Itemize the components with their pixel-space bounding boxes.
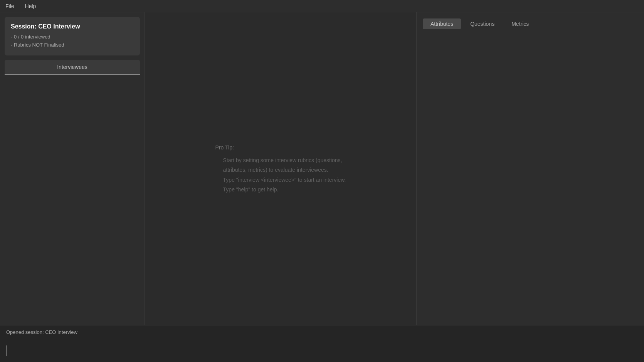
pro-tip-line-2: attributes, metrics) to evaluate intervi… — [223, 165, 346, 175]
interviewees-button[interactable]: Interviewees — [5, 60, 140, 75]
sidebar: Session: CEO Interview - 0 / 0 interview… — [0, 12, 145, 325]
session-card: Session: CEO Interview - 0 / 0 interview… — [5, 17, 140, 55]
tab-bar: Attributes Questions Metrics — [417, 12, 644, 35]
pro-tip: Pro Tip: Start by setting some interview… — [215, 143, 346, 194]
tab-questions[interactable]: Questions — [462, 18, 502, 29]
pro-tip-label: Pro Tip: — [215, 143, 346, 153]
status-bar: Opened session: CEO Interview — [0, 325, 644, 339]
right-panel: Attributes Questions Metrics — [417, 12, 644, 325]
main-content: Session: CEO Interview - 0 / 0 interview… — [0, 12, 644, 325]
tab-attributes[interactable]: Attributes — [423, 18, 461, 29]
session-title: Session: CEO Interview — [11, 23, 134, 30]
menu-bar: File Help — [0, 0, 644, 12]
input-area — [0, 339, 644, 362]
menu-help[interactable]: Help — [23, 2, 39, 10]
tab-metrics[interactable]: Metrics — [504, 18, 536, 29]
session-info: - 0 / 0 interviewed - Rubrics NOT Finali… — [11, 33, 134, 49]
pro-tip-container: Pro Tip: Start by setting some interview… — [145, 12, 416, 325]
session-stat-2: - Rubrics NOT Finalised — [11, 41, 134, 49]
pro-tip-line-4: Type "help" to get help. — [223, 185, 346, 194]
center-area: Pro Tip: Start by setting some interview… — [145, 12, 417, 325]
command-input[interactable] — [6, 345, 638, 356]
menu-file[interactable]: File — [3, 2, 17, 10]
pro-tip-line-3: Type "interview <interviewee>" to start … — [223, 175, 346, 185]
status-message: Opened session: CEO Interview — [6, 329, 77, 335]
session-stat-1: - 0 / 0 interviewed — [11, 33, 134, 41]
pro-tip-content: Start by setting some interview rubrics … — [215, 156, 346, 194]
pro-tip-line-1: Start by setting some interview rubrics … — [223, 156, 346, 165]
